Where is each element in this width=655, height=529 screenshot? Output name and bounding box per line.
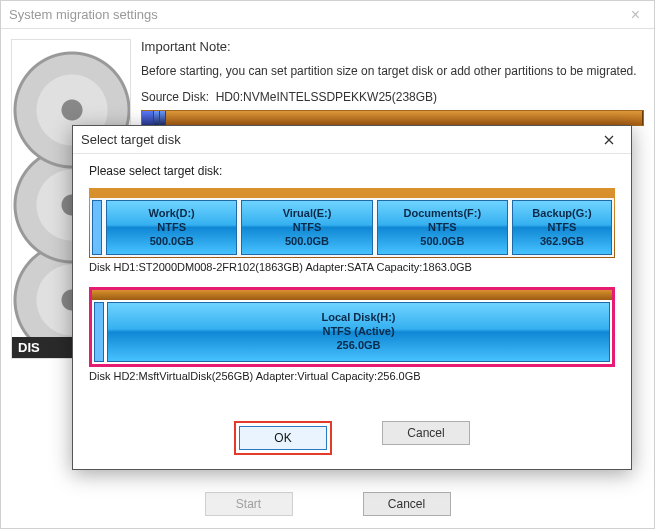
source-disk-label: Source Disk: [141,90,209,104]
partition-fs: NTFS (Active) [110,325,607,339]
important-note-title: Important Note: [141,39,644,54]
parent-titlebar: System migration settings × [1,1,654,29]
partition-documents-f[interactable]: Documents(F:) NTFS 500.0GB [377,200,508,255]
disk2-header-bar [92,290,612,300]
select-target-disk-dialog: Select target disk Please select target … [72,125,632,470]
partition-size: 256.0GB [110,339,607,353]
modal-cancel-button[interactable]: Cancel [382,421,470,445]
important-note-body: Before starting, you can set partition s… [141,64,644,78]
source-disk-line: Source Disk: HD0:NVMeINTELSSDPEKKW25(238… [141,90,644,104]
partition-fs: NTFS [380,221,505,235]
disk1-info: Disk HD1:ST2000DM008-2FR102(1863GB) Adap… [89,261,615,273]
parent-footer: Start Cancel [1,492,654,516]
disk2-info: Disk HD2:MsftVirtualDisk(256GB) Adapter:… [89,370,615,382]
partition-name: Backup(G:) [515,207,609,221]
partition-work-d[interactable]: Work(D:) NTFS 500.0GB [106,200,237,255]
partition-size: 500.0GB [244,235,369,249]
close-icon[interactable] [595,129,623,151]
partition-fs: NTFS [515,221,609,235]
source-seg [142,111,154,125]
parent-title: System migration settings [9,7,158,22]
partition-fs: NTFS [109,221,234,235]
partition-size: 500.0GB [109,235,234,249]
close-icon[interactable]: × [625,6,646,24]
partition-backup-g[interactable]: Backup(G:) NTFS 362.9GB [512,200,612,255]
ok-highlight: OK [234,421,332,455]
source-disk-value: HD0:NVMeINTELSSDPEKKW25(238GB) [216,90,437,104]
partition-unlabeled[interactable] [94,302,104,361]
partition-unlabeled[interactable] [92,200,102,255]
modal-titlebar: Select target disk [73,126,631,154]
partition-name: Work(D:) [109,207,234,221]
partition-size: 500.0GB [380,235,505,249]
partition-name: Virual(E:) [244,207,369,221]
partition-local-disk-h[interactable]: Local Disk(H:) NTFS (Active) 256.0GB [107,302,610,361]
partition-size: 362.9GB [515,235,609,249]
modal-prompt: Please select target disk: [89,164,615,178]
modal-title: Select target disk [81,132,181,147]
partition-name: Documents(F:) [380,207,505,221]
ok-button[interactable]: OK [239,426,327,450]
source-seg [166,111,643,125]
start-button: Start [205,492,293,516]
partition-virual-e[interactable]: Virual(E:) NTFS 500.0GB [241,200,372,255]
source-disk-bar [141,110,644,126]
modal-footer: OK Cancel [73,421,631,455]
target-disk-1[interactable]: Work(D:) NTFS 500.0GB Virual(E:) NTFS 50… [89,188,615,258]
target-disk-2-selected[interactable]: Local Disk(H:) NTFS (Active) 256.0GB [89,287,615,366]
partition-name: Local Disk(H:) [110,311,607,325]
parent-cancel-button[interactable]: Cancel [363,492,451,516]
partition-fs: NTFS [244,221,369,235]
